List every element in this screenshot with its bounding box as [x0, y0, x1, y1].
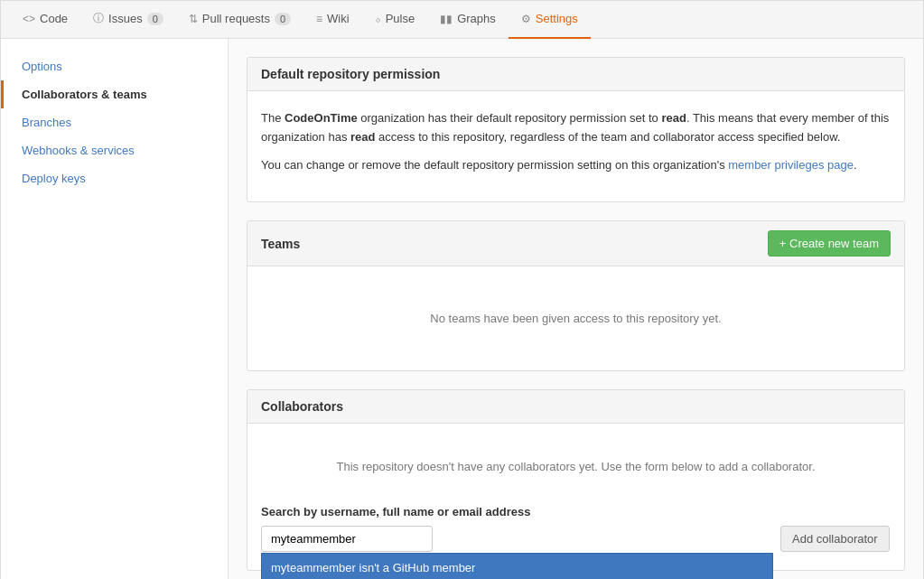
member-privileges-link[interactable]: member privileges page [728, 158, 854, 172]
nav-wiki-label: Wiki [327, 12, 350, 25]
pull-requests-badge: 0 [275, 13, 291, 25]
nav-settings[interactable]: ⚙ Settings [509, 1, 591, 39]
search-dropdown: myteammember isn't a GitHub member [261, 553, 773, 579]
wiki-icon: ≡ [316, 13, 322, 25]
nav-graphs-label: Graphs [457, 12, 496, 25]
permission-level: read [661, 111, 686, 125]
default-permission-title: Default repository permission [261, 67, 440, 81]
nav-issues-label: Issues [108, 12, 143, 25]
permission-line1: The CodeOnTime organization has their de… [261, 109, 891, 147]
search-input[interactable] [261, 526, 433, 552]
content-area: Default repository permission The CodeOn… [229, 39, 923, 579]
collaborators-header: Collaborators [247, 390, 904, 424]
sidebar-item-collaborators-teams[interactable]: Collaborators & teams [1, 80, 228, 108]
main-layout: Options Collaborators & teams Branches W… [1, 39, 923, 579]
teams-body: No teams have been given access to this … [247, 266, 904, 370]
nav-graphs[interactable]: ▮▮ Graphs [427, 1, 509, 39]
create-new-team-button[interactable]: + Create new team [768, 230, 891, 257]
pulse-icon: ⬦ [375, 13, 381, 25]
permission-line2: You can change or remove the default rep… [261, 156, 891, 175]
search-row: myteammember isn't a GitHub member Add c… [261, 526, 891, 552]
nav-pulse[interactable]: ⬦ Pulse [362, 1, 428, 39]
default-permission-section: Default repository permission The CodeOn… [247, 57, 905, 202]
sidebar-item-webhooks[interactable]: Webhooks & services [1, 136, 228, 164]
nav-issues[interactable]: ⓘ Issues 0 [80, 1, 176, 39]
nav-pulse-label: Pulse [386, 12, 415, 25]
nav-pull-requests-label: Pull requests [202, 12, 270, 25]
issues-icon: ⓘ [93, 11, 104, 26]
collaborators-section: Collaborators This repository doesn't ha… [247, 389, 905, 571]
org-name: CodeOnTime [285, 111, 358, 125]
issues-badge: 0 [147, 13, 163, 25]
nav-wiki[interactable]: ≡ Wiki [303, 1, 362, 39]
top-nav: <> Code ⓘ Issues 0 ⇅ Pull requests 0 ≡ W… [1, 1, 923, 39]
permission-description: The CodeOnTime organization has their de… [261, 109, 891, 174]
collaborators-body: This repository doesn't have any collabo… [247, 424, 904, 570]
search-wrapper: myteammember isn't a GitHub member [261, 526, 773, 552]
sidebar-item-deploy-keys[interactable]: Deploy keys [1, 164, 228, 192]
sidebar: Options Collaborators & teams Branches W… [1, 39, 229, 579]
teams-title: Teams [261, 237, 300, 251]
graphs-icon: ▮▮ [440, 13, 453, 25]
teams-empty-state: No teams have been given access to this … [261, 285, 891, 352]
default-permission-body: The CodeOnTime organization has their de… [247, 91, 904, 201]
settings-icon: ⚙ [521, 13, 531, 25]
sidebar-item-branches[interactable]: Branches [1, 108, 228, 136]
collaborators-title: Collaborators [261, 399, 343, 414]
access-type: read [350, 130, 375, 144]
search-label: Search by username, full name or email a… [261, 505, 891, 518]
dropdown-item-not-member[interactable]: myteammember isn't a GitHub member [262, 554, 772, 579]
pull-request-icon: ⇅ [189, 13, 198, 25]
default-permission-header: Default repository permission [247, 58, 904, 91]
sidebar-item-options[interactable]: Options [1, 52, 228, 80]
collaborators-empty-state: This repository doesn't have any collabo… [261, 442, 891, 491]
teams-header: Teams + Create new team [247, 221, 904, 266]
nav-code-label: Code [40, 12, 68, 25]
nav-pull-requests[interactable]: ⇅ Pull requests 0 [176, 1, 303, 39]
collaborator-search-area: Search by username, full name or email a… [261, 505, 891, 552]
code-icon: <> [23, 13, 35, 25]
teams-section: Teams + Create new team No teams have be… [247, 220, 905, 371]
nav-settings-label: Settings [536, 12, 578, 25]
add-collaborator-button[interactable]: Add collaborator [780, 526, 890, 552]
nav-code[interactable]: <> Code [10, 1, 80, 39]
